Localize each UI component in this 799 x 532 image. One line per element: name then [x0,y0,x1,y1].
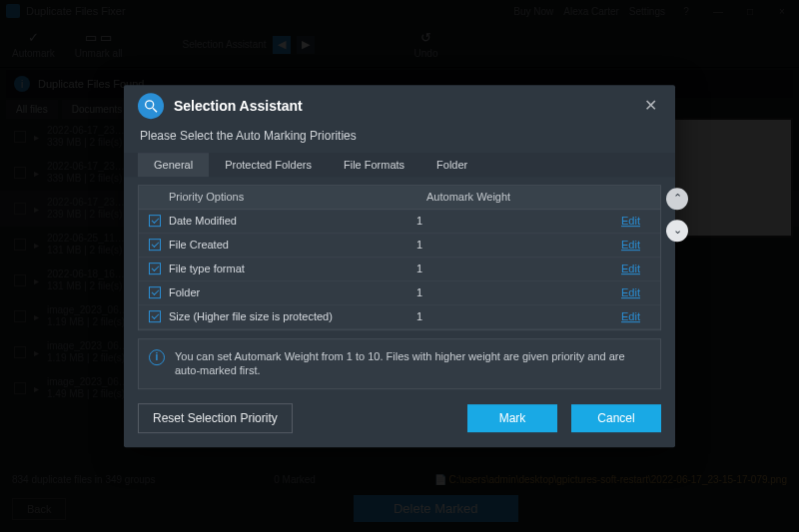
checkbox[interactable] [149,239,161,251]
dialog-close-button[interactable]: ✕ [639,95,661,117]
svg-line-1 [153,108,157,112]
priority-weight: 1 [416,310,536,322]
edit-link[interactable]: Edit [621,215,640,227]
scroll-up-button[interactable]: ⌃ [666,188,688,210]
checkbox[interactable] [149,310,161,322]
tab-general[interactable]: General [138,153,209,177]
svg-point-0 [146,100,154,108]
checkbox[interactable] [149,215,161,227]
info-box: i You can set Automark Weight from 1 to … [138,338,661,390]
tab-folder[interactable]: Folder [420,153,483,177]
priority-weight: 1 [416,286,536,298]
edit-link[interactable]: Edit [621,239,640,251]
selection-assistant-dialog: Selection Assistant ✕ Please Select the … [124,85,675,448]
edit-link[interactable]: Edit [621,263,640,274]
cancel-button[interactable]: Cancel [571,404,661,432]
dialog-title: Selection Assistant [174,98,303,114]
mark-button[interactable]: Mark [467,404,557,432]
tab-file-formats[interactable]: File Formats [328,153,420,177]
priority-row: Size (Higher file size is protected) 1 E… [139,305,660,329]
info-icon: i [149,349,165,365]
checkbox[interactable] [149,263,161,274]
priority-row: File type format 1 Edit [139,258,660,281]
edit-link[interactable]: Edit [621,286,640,298]
priority-row: File Created 1 Edit [139,234,660,258]
dialog-actions: Reset Selection Priority Mark Cancel [124,389,675,447]
reset-button[interactable]: Reset Selection Priority [138,403,293,433]
priority-label: Size (Higher file size is protected) [169,310,416,322]
priority-label: Date Modified [169,215,416,227]
priority-label: Folder [169,286,416,298]
priority-weight: 1 [416,215,536,227]
priority-label: File type format [169,263,416,274]
priority-row: Date Modified 1 Edit [139,210,660,234]
col-automark-weight: Automark Weight [418,186,538,208]
checkbox[interactable] [149,286,161,298]
dialog-logo-icon [138,93,164,119]
info-text: You can set Automark Weight from 1 to 10… [175,349,650,379]
dialog-subtitle: Please Select the Auto Marking Prioritie… [124,125,675,153]
priority-table: Priority Options Automark Weight Date Mo… [138,185,661,330]
tab-protected-folders[interactable]: Protected Folders [209,153,328,177]
col-priority-options: Priority Options [139,186,418,208]
scroll-down-button[interactable]: ⌄ [666,220,688,242]
priority-weight: 1 [416,263,536,274]
priority-label: File Created [169,239,416,251]
priority-row: Folder 1 Edit [139,281,660,305]
edit-link[interactable]: Edit [621,310,640,322]
dialog-tabs: General Protected Folders File Formats F… [124,153,675,177]
priority-weight: 1 [416,239,536,251]
